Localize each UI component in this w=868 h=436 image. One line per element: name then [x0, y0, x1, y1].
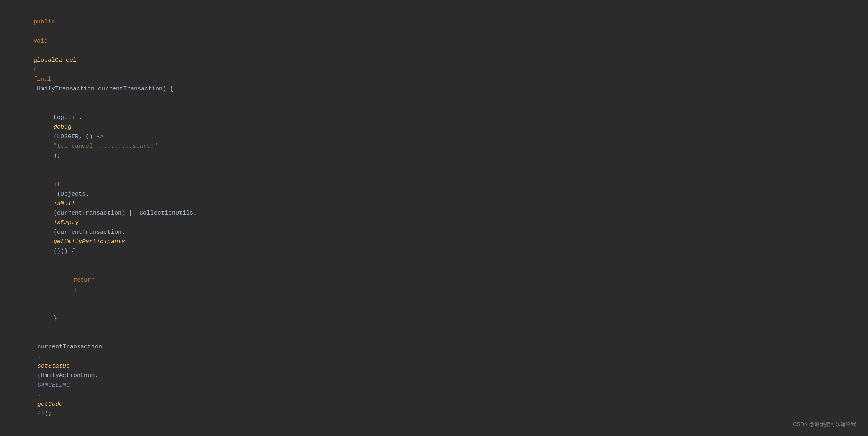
method-getcode: getCode — [37, 401, 63, 408]
method-debug: debug — [53, 124, 71, 131]
code-line: //update cancel — [8, 428, 868, 436]
code-block: public void globalCancel ( final HmilyTr… — [0, 0, 868, 436]
watermark: CSDN @麻烦把可乐递给我 — [793, 420, 856, 429]
code-line: currentTransaction . setStatus (HmilyAct… — [8, 333, 868, 428]
method-isempty: isEmpty — [53, 219, 79, 226]
keyword-final: final — [33, 76, 51, 83]
keyword-if: if — [53, 181, 61, 188]
method-gethmily: getHmilyParticipants — [53, 239, 125, 245]
string-literal: "tcc cancel ..........start!" — [53, 143, 157, 150]
keyword-void: void — [33, 38, 48, 45]
method-name: globalCancel — [33, 57, 77, 64]
code-line: return ; — [8, 266, 868, 304]
code-line: if (Objects. isNull (currentTransaction)… — [8, 170, 868, 266]
code-line: public void globalCancel ( final HmilyTr… — [8, 8, 868, 104]
method-isnull: isNull — [53, 200, 75, 207]
code-line: } — [8, 304, 868, 333]
code-line: LogUtil. debug (LOGGER, () -> "tcc cance… — [8, 104, 868, 170]
enum-canceling: CANCELING — [37, 382, 70, 389]
keyword-return: return — [73, 277, 95, 283]
method-setstatus: setStatus — [37, 363, 70, 370]
class-currenttransaction[interactable]: currentTransaction — [37, 344, 102, 350]
keyword-public: public — [33, 19, 55, 25]
